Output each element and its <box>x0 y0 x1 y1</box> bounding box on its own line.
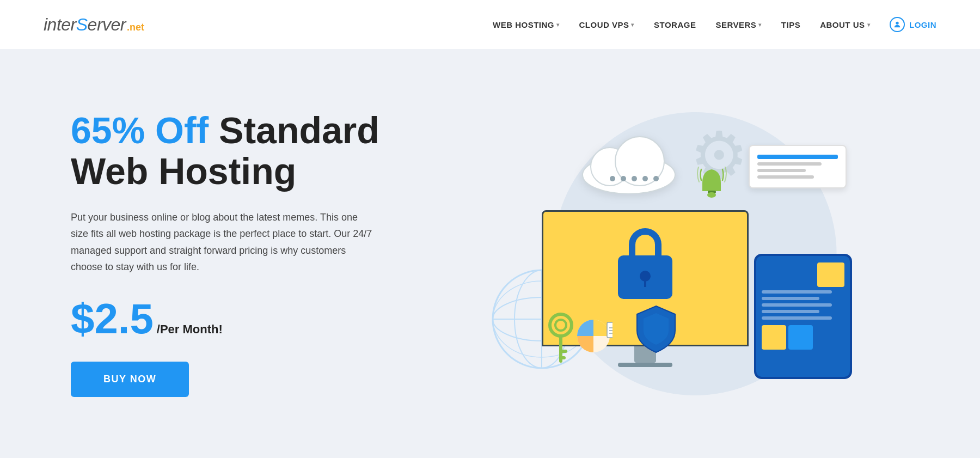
shield-icon <box>634 303 678 357</box>
tablet <box>754 254 852 379</box>
buy-now-button[interactable]: BUY NOW <box>71 362 189 397</box>
svg-point-13 <box>642 176 648 181</box>
monitor-foot <box>618 363 672 367</box>
header: interServer .net WEB HOSTING ▾ CLOUD VPS… <box>0 0 980 49</box>
tablet-line <box>762 310 819 313</box>
svg-rect-18 <box>559 350 567 353</box>
svg-point-11 <box>621 176 626 181</box>
tablet-line <box>762 316 832 320</box>
notif-line-gray3 <box>757 175 814 179</box>
tablet-line <box>762 297 819 300</box>
hero-headline-highlight: 65% Off <box>71 109 209 151</box>
logo[interactable]: interServer .net <box>44 15 144 35</box>
nav-about-us[interactable]: ABOUT US ▾ <box>820 20 870 29</box>
chevron-down-icon: ▾ <box>631 22 634 28</box>
svg-point-15 <box>550 314 572 336</box>
svg-point-16 <box>555 320 566 331</box>
svg-point-10 <box>610 176 615 181</box>
notif-line-blue <box>757 155 838 159</box>
svg-point-14 <box>653 176 659 181</box>
svg-point-0 <box>896 22 898 25</box>
user-icon <box>890 17 905 32</box>
cloud-icon <box>574 134 683 196</box>
key-icon <box>544 312 577 368</box>
nav-servers[interactable]: SERVERS ▾ <box>715 20 761 29</box>
price-amount: $2.5 <box>71 297 154 340</box>
hero-illustration: ⚙ <box>408 90 936 417</box>
hero-section: 65% Off StandardWeb Hosting Put your bus… <box>0 49 980 458</box>
tablet-line <box>762 290 832 294</box>
pie-chart-icon <box>574 317 612 357</box>
logo-net: .net <box>127 22 144 33</box>
logo-inter: interServer <box>44 15 126 35</box>
notif-line-gray1 <box>757 162 822 166</box>
notif-line-gray2 <box>757 169 806 172</box>
main-nav: WEB HOSTING ▾ CLOUD VPS ▾ STORAGE SERVER… <box>493 17 936 32</box>
padlock-icon <box>618 228 672 299</box>
nav-storage[interactable]: STORAGE <box>654 20 696 29</box>
svg-point-12 <box>632 176 637 181</box>
illustration-container: ⚙ <box>465 90 879 417</box>
chevron-down-icon: ▾ <box>758 22 762 28</box>
nav-cloud-vps[interactable]: CLOUD VPS ▾ <box>579 20 634 29</box>
hero-headline: 65% Off StandardWeb Hosting <box>71 110 408 192</box>
price-suffix: /Per Month! <box>157 322 223 337</box>
tablet-line <box>762 303 832 307</box>
hero-price: $2.5 /Per Month! <box>71 297 408 340</box>
hero-content: 65% Off StandardWeb Hosting Put your bus… <box>71 110 408 397</box>
svg-rect-19 <box>559 356 566 359</box>
svg-point-26 <box>707 192 716 198</box>
chevron-down-icon: ▾ <box>556 22 560 28</box>
tablet-icon <box>754 254 852 379</box>
nav-tips[interactable]: TIPS <box>781 20 800 29</box>
svg-rect-21 <box>607 322 612 338</box>
nav-web-hosting[interactable]: WEB HOSTING ▾ <box>493 20 560 29</box>
chevron-down-icon: ▾ <box>867 22 871 28</box>
bell-icon <box>697 167 727 207</box>
login-button[interactable]: LOGIN <box>890 17 936 32</box>
hero-description: Put your business online or blog about t… <box>71 209 376 276</box>
notification-card <box>749 145 847 188</box>
